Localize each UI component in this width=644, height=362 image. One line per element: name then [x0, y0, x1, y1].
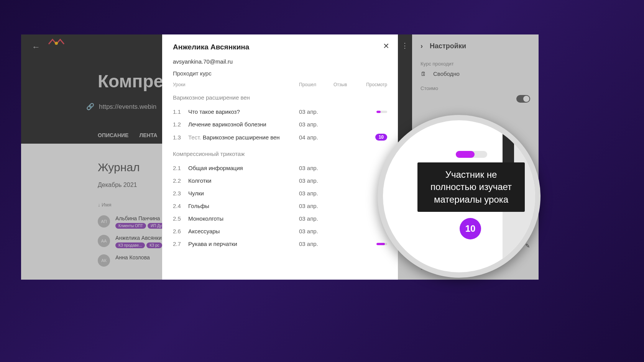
- lesson-number: 2.7: [173, 241, 188, 247]
- lesson-section-title: Варикозное расширение вен: [173, 94, 387, 101]
- zoomed-progress-pill: [456, 151, 487, 158]
- lesson-row[interactable]: 1.3Тест. Варикозное расширение вен04 апр…: [173, 131, 387, 144]
- lesson-number: 2.1: [173, 165, 188, 171]
- lesson-row[interactable]: 2.4Гольфы03 апр.: [173, 200, 387, 212]
- lesson-row[interactable]: 2.3Чулки03 апр.: [173, 187, 387, 200]
- col-passed: Прошел: [299, 82, 334, 87]
- lesson-title: Колготки: [188, 177, 299, 184]
- lesson-number: 2.2: [173, 177, 188, 184]
- lesson-row[interactable]: 1.2Лечение варикозной болезни03 апр.: [173, 118, 387, 131]
- lesson-title: Общая информация: [188, 165, 299, 171]
- lesson-number: 1.3: [173, 134, 188, 141]
- lesson-title: Аксессуары: [188, 228, 299, 234]
- lesson-row[interactable]: 2.6Аксессуары03 апр.: [173, 225, 387, 238]
- magnifier-callout: Участник не полностью изучает материалы …: [378, 115, 540, 278]
- lesson-date: 03 апр.: [299, 108, 334, 115]
- lesson-number: 2.6: [173, 228, 188, 234]
- lesson-number: 2.3: [173, 190, 188, 197]
- lesson-title: Гольфы: [188, 203, 299, 209]
- lesson-date: 03 апр.: [299, 241, 334, 247]
- lesson-title: Моноколготы: [188, 215, 299, 222]
- lesson-view: [360, 111, 387, 113]
- close-icon[interactable]: ✕: [383, 41, 389, 51]
- modal-title: Анжелика Авсянкина: [173, 43, 387, 51]
- lesson-title: Тест. Варикозное расширение вен: [188, 134, 299, 141]
- lesson-row[interactable]: 1.1Что такое варикоз?03 апр.: [173, 105, 387, 118]
- zoomed-score-badge: 10: [460, 218, 481, 239]
- lesson-date: 03 апр.: [299, 165, 334, 171]
- lesson-date: 03 апр.: [299, 203, 334, 209]
- lesson-date: 04 апр.: [299, 134, 334, 141]
- tooltip-message: Участник не полностью изучает материалы …: [417, 162, 525, 212]
- lesson-title: Что такое варикоз?: [188, 108, 299, 115]
- participant-modal: Анжелика Авсянкина ✕ avsyankina.70@mail.…: [162, 34, 398, 280]
- lesson-number: 2.4: [173, 203, 188, 209]
- kebab-icon[interactable]: ⋮: [401, 41, 408, 50]
- lesson-section-title: Компрессионный трикотаж: [173, 151, 387, 157]
- lesson-view: [360, 243, 387, 245]
- lesson-number: 2.5: [173, 215, 188, 222]
- lesson-row[interactable]: 2.1Общая информация03 апр.: [173, 162, 387, 174]
- lesson-row[interactable]: 2.5Моноколготы03 апр.: [173, 212, 387, 225]
- lesson-view: 10: [360, 134, 387, 141]
- lesson-date: 03 апр.: [299, 190, 334, 197]
- course-status: Проходит курс: [173, 70, 387, 77]
- score-badge: 10: [375, 134, 387, 141]
- col-lessons: Уроки: [173, 82, 299, 87]
- lesson-title: Чулки: [188, 190, 299, 197]
- col-view: Просмотр: [360, 82, 387, 87]
- lesson-table-header: Уроки Прошел Отзыв Просмотр: [173, 82, 387, 87]
- lesson-date: 03 апр.: [299, 215, 334, 222]
- lesson-title: Рукава и перчатки: [188, 241, 299, 247]
- lesson-date: 03 апр.: [299, 121, 334, 128]
- progress-pill: [376, 243, 387, 245]
- progress-pill: [376, 111, 387, 113]
- lesson-date: 03 апр.: [299, 228, 334, 234]
- col-review: Отзыв: [334, 82, 360, 87]
- lesson-number: 1.2: [173, 121, 188, 128]
- lesson-date: 03 апр.: [299, 177, 334, 184]
- lesson-row[interactable]: 2.7Рукава и перчатки03 апр.: [173, 238, 387, 250]
- lesson-row[interactable]: 2.2Колготки03 апр.: [173, 174, 387, 187]
- lesson-title: Лечение варикозной болезни: [188, 121, 299, 128]
- participant-email: avsyankina.70@mail.ru: [173, 58, 387, 65]
- lesson-number: 1.1: [173, 108, 188, 115]
